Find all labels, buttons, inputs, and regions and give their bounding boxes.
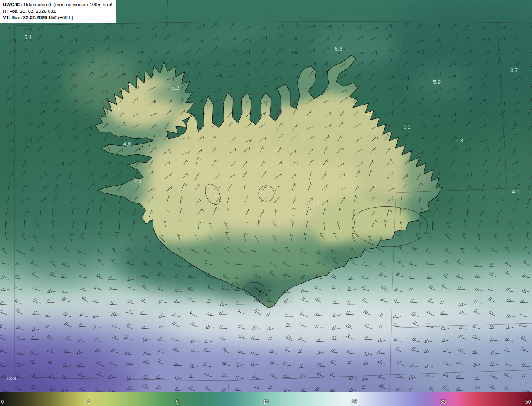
colorbar-tickmark: [354, 392, 355, 394]
valid-offset: (+60 h): [57, 15, 73, 20]
title-line: UWC/IG: Úrkomumætti (mm) og vindur i 100…: [3, 2, 112, 8]
colorbar-tickmark: [177, 392, 177, 394]
map-value-label: 1.5: [210, 194, 217, 200]
map-value-label: 5.3: [456, 137, 463, 144]
map-value-label: 4: [274, 147, 277, 153]
valid-line: VT: Sun. 22.02.2026 15Z (+60 h): [3, 15, 112, 21]
map-title: Úrkomumætti (mm) og vindur i 100m hæð: [22, 2, 113, 7]
colorbar-tick-label-0: 0: [1, 399, 4, 405]
map-canvas: 5.45.63.75.15.25.94.65.34.113.82.42.93.1…: [0, 0, 532, 392]
colorbar-tick-label-50: 50: [525, 399, 531, 405]
map-value-label: 5.4: [24, 34, 32, 40]
map-value-label: 2: [261, 190, 264, 196]
map-value-label: 2.5: [313, 200, 320, 206]
colorbar-tick-label-10: 10: [263, 399, 268, 405]
map-value-label: 5.2: [172, 85, 179, 91]
product-id: UWC/IG:: [3, 2, 22, 7]
valid-time: VT: Sun. 22.02.2026 15Z: [3, 15, 57, 20]
colorbar-tickmark: [266, 392, 266, 394]
map-value-label: 2.4: [114, 106, 121, 112]
map-value-label: 4.1: [512, 188, 520, 195]
map-value-label: 4.6: [123, 141, 131, 147]
field-noise-texture: [0, 0, 532, 392]
precipitation-colorbar: 01510153050: [0, 392, 532, 406]
init-time: IT: Fös. 20. 02. 2026 03Z: [3, 8, 112, 15]
map-value-label: 3.7: [510, 67, 518, 73]
colorbar-tick-label-1: 1: [87, 399, 90, 405]
colorbar-tickmark: [443, 392, 443, 394]
colorbar-tick-label-5: 5: [176, 399, 179, 405]
map-value-label: 5.9: [433, 79, 441, 85]
map-value-label: 3.1: [404, 124, 411, 130]
colorbar-tick-label-30: 30: [440, 399, 446, 405]
colorbar-tickmark: [89, 392, 89, 394]
map-legend-box: UWC/IG: Úrkomumætti (mm) og vindur i 100…: [0, 0, 116, 23]
weather-map-viewport: 5.45.63.75.15.25.94.65.34.113.82.42.93.1…: [0, 0, 532, 406]
map-value-label: 13.8: [6, 375, 16, 382]
colorbar-tick-label-15: 15: [352, 399, 357, 405]
map-value-label: 2.3: [134, 179, 141, 184]
map-value-label: 5.1: [127, 83, 135, 89]
map-value-label: 2.9: [367, 110, 374, 116]
map-value-label: 5.6: [335, 46, 342, 52]
